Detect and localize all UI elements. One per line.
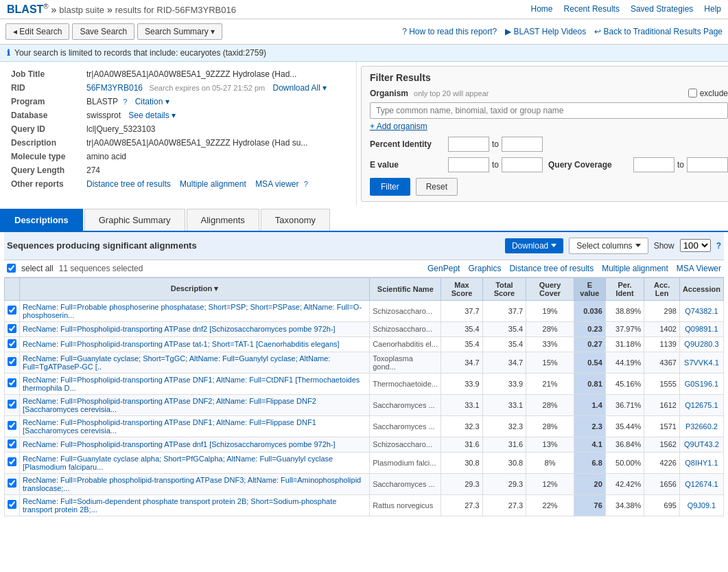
col-query-cover: Query Cover [526,277,574,300]
exclude-checkbox[interactable] [688,89,697,98]
row-checkbox[interactable] [8,457,16,466]
row-description: RecName: Full=Probable phospholipid-tran… [20,473,370,494]
row-total-score: 32.3 [482,415,526,437]
description-link[interactable]: RecName: Full=Phospholipid-transporting … [23,440,336,448]
description-link[interactable]: RecName: Full=Phospholipid-transporting … [23,376,360,392]
row-checkbox[interactable] [8,339,16,348]
msa-viewer-results-link[interactable]: MSA Viewer [677,264,721,273]
row-checkbox[interactable] [8,500,16,509]
accession-link[interactable]: Q74382.1 [685,307,718,315]
filter-button[interactable]: Filter [370,178,410,196]
help-icon: ? [123,98,127,106]
accession-link[interactable]: Q09891.1 [685,325,718,333]
evalue-to-input[interactable] [502,157,543,172]
tab-graphic-summary[interactable]: Graphic Summary [84,209,185,231]
results-table: Description ▾ Scientific Name Max Score … [4,277,724,516]
distance-tree-results-link[interactable]: Distance tree of results [509,264,594,273]
accession-link[interactable]: Q12674.1 [685,480,718,488]
organism-input[interactable] [370,102,728,119]
save-search-button[interactable]: Save Search [72,23,134,40]
blast-help-link[interactable]: ▶ BLAST Help Videos [505,27,586,36]
row-total-score: 35.4 [482,321,526,336]
accession-link[interactable]: Q9U280.3 [684,340,718,348]
multiple-align-link[interactable]: Multiple alignment [180,179,246,189]
rid-value-cell: 56FM3YRB016 Search expires on 05-27 21:5… [84,81,348,95]
description-link[interactable]: RecName: Full=Probable phospholipid-tran… [23,476,361,492]
row-checkbox[interactable] [8,400,16,409]
description-link[interactable]: RecName: Full=Sodium-dependent phosphate… [23,497,336,514]
row-query-cover: 21% [526,373,574,394]
download-all-link[interactable]: Download All ▾ [273,83,327,93]
accession-link[interactable]: Q12675.1 [685,401,718,409]
breadcrumb-blastp: blastp suite [59,5,104,15]
nav-saved-strategies[interactable]: Saved Strategies [631,4,693,14]
description-link[interactable]: RecName: Full=Phospholipid-transporting … [23,397,316,413]
row-checkbox[interactable] [8,324,16,333]
citation-link[interactable]: Citation ▾ [135,97,169,106]
download-button[interactable]: Download [505,238,563,253]
pct-identity-from[interactable] [448,137,489,152]
distance-tree-link[interactable]: Distance tree of results [86,179,171,189]
search-summary-button[interactable]: Search Summary ▾ [137,23,222,40]
select-columns-button[interactable]: Select columns [569,238,648,254]
genpept-link[interactable]: GenPept [427,264,460,273]
tab-descriptions[interactable]: Descriptions [0,209,83,231]
query-len-row: Query Length 274 [8,163,348,177]
reg-mark: ® [43,3,48,10]
show-select[interactable]: 100 50 250 [680,239,711,252]
tab-alignments[interactable]: Alignments [187,209,259,231]
accession-link[interactable]: Q9J09.1 [688,501,716,510]
row-checkbox[interactable] [8,357,16,366]
results-header: Sequences producing significant alignmen… [4,232,724,260]
description-link[interactable]: RecName: Full=Phospholipid-transporting … [23,418,316,435]
accession-link[interactable]: Q9UT43.2 [684,440,719,448]
pct-identity-to-input[interactable] [502,137,543,152]
nav-home[interactable]: Home [531,4,553,14]
see-details-link[interactable]: See details ▾ [128,111,176,120]
evalue-from[interactable] [448,157,489,172]
description-link[interactable]: RecName: Full=Phospholipid-transporting … [23,340,340,348]
accession-link[interactable]: Q8IHY1.1 [685,459,718,467]
description-link[interactable]: RecName: Full=Guanylate cyclase alpha; S… [23,455,333,471]
row-evalue: 1.4 [574,394,605,415]
row-checkbox[interactable] [8,378,16,387]
row-per-ident: 34.38% [605,494,644,516]
row-scientific-name: Schizosaccharo... [370,321,441,336]
accession-link[interactable]: P32660.2 [685,422,718,431]
accession-link[interactable]: S7VVK4.1 [684,358,719,367]
row-acc-len: 1402 [644,321,680,336]
edit-search-button[interactable]: ◂ Edit Search [5,23,69,40]
query-coverage-from[interactable] [633,157,674,172]
msa-viewer-link[interactable]: MSA viewer [255,179,298,189]
rid-link[interactable]: 56FM3YRB016 [86,83,143,93]
row-max-score: 27.3 [441,494,482,516]
row-total-score: 30.8 [482,452,526,473]
how-to-link[interactable]: ? How to read this report? [402,27,497,36]
row-checkbox[interactable] [8,421,16,430]
results-section: Sequences producing significant alignmen… [0,232,728,516]
tab-taxonomy[interactable]: Taxonomy [261,209,330,231]
rid-row: RID 56FM3YRB016 Search expires on 05-27 … [8,81,348,95]
row-checkbox[interactable] [8,306,16,314]
accession-link[interactable]: G0S196.1 [685,380,719,388]
graphics-link[interactable]: Graphics [468,264,501,273]
nav-recent-results[interactable]: Recent Results [564,4,620,14]
nav-help[interactable]: Help [704,4,721,14]
select-all-checkbox[interactable] [7,264,16,273]
molecule-label: Molecule type [8,150,84,163]
program-row: Program BLASTP ? Citation ▾ [8,95,348,108]
query-coverage-to-input[interactable] [687,157,728,172]
multiple-alignment-link[interactable]: Multiple alignment [602,264,668,273]
row-checkbox[interactable] [8,439,16,448]
description-link[interactable]: RecName: Full=Phospholipid-transporting … [23,325,336,333]
back-traditional-link[interactable]: ↩ Back to Traditional Results Page [594,27,723,36]
nav-links: Home Recent Results Saved Strategies Hel… [531,4,721,14]
description-link[interactable]: RecName: Full=Guanylate cyclase; Short=T… [23,354,330,371]
row-checkbox[interactable] [8,479,16,488]
row-evalue: 20 [574,473,605,494]
add-organism-link[interactable]: + Add organism [370,122,427,131]
row-checkbox-cell [5,336,20,352]
row-scientific-name: Saccharomyces ... [370,415,441,437]
description-link[interactable]: RecName: Full=Probable phosphoserine pho… [23,303,362,319]
reset-button[interactable]: Reset [416,178,458,196]
